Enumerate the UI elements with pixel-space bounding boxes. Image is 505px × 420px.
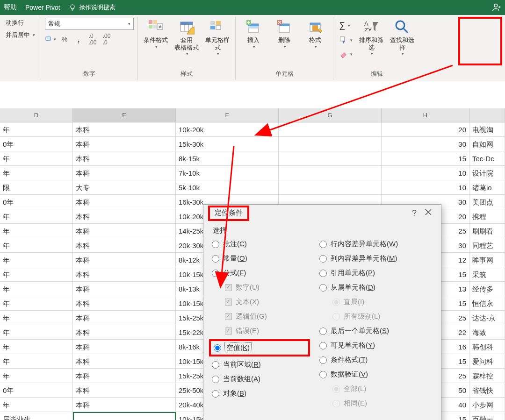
cell[interactable]: 本科 (73, 195, 176, 209)
table-row[interactable]: 年本科8k-15k15Tec-Dc (0, 151, 505, 166)
option-rowdiff[interactable]: 行内容差异单元格(W) (319, 240, 432, 249)
cell[interactable]: 本科 (73, 398, 176, 412)
number-format-combo[interactable]: 常规 ▾ (45, 18, 134, 30)
cell[interactable]: 年 (0, 311, 73, 325)
radio-input[interactable] (212, 241, 219, 248)
cell[interactable]: 限 (0, 180, 73, 195)
cell[interactable]: 诸葛io (469, 180, 505, 195)
cell[interactable]: 15k-30k (176, 137, 279, 151)
option-comments[interactable]: 批注(C) (212, 240, 310, 249)
column-header-H[interactable]: H (382, 108, 469, 122)
cell[interactable]: 年 (0, 166, 73, 180)
radio-input[interactable] (212, 376, 219, 383)
clear-button[interactable]: ▾ (337, 49, 354, 59)
cell[interactable]: 大专 (73, 180, 176, 195)
option-visible[interactable]: 可见单元格(Y) (319, 341, 432, 350)
cell[interactable]: 本科 (73, 325, 176, 340)
option-dependents[interactable]: 从属单元格(D) (319, 283, 432, 292)
cell[interactable]: 8k-15k (176, 151, 279, 166)
option-coldiff[interactable]: 列内容差异单元格(M) (319, 254, 432, 263)
radio-input[interactable] (319, 270, 327, 277)
cell[interactable]: 本科 (73, 340, 176, 354)
cell[interactable]: 本科 (73, 267, 176, 282)
radio-input[interactable] (212, 390, 219, 398)
cell[interactable]: 年 (0, 238, 73, 253)
cell[interactable]: 本科 (73, 311, 176, 325)
option-currentregion[interactable]: 当前区域(R) (212, 360, 310, 369)
cell[interactable]: 年 (0, 398, 73, 412)
cell[interactable]: 电视淘 (469, 122, 505, 137)
currency-button[interactable]: ▾ (45, 34, 56, 45)
cell[interactable]: 0年 (0, 383, 73, 398)
cell[interactable]: 采筑 (469, 267, 505, 282)
cell[interactable] (279, 122, 382, 137)
delete-cells-button[interactable]: 删除▾ (270, 18, 298, 50)
cell[interactable]: 20 (382, 122, 469, 137)
cell[interactable]: 年 (0, 340, 73, 354)
cell[interactable]: 年 (0, 267, 73, 282)
cell[interactable]: 年 (0, 325, 73, 340)
cell[interactable]: 经传多 (469, 282, 505, 296)
cell-styles-button[interactable]: 单元格样式▾ (203, 18, 231, 57)
option-sub-text[interactable]: 文本(X) (212, 298, 310, 306)
close-button[interactable] (421, 209, 435, 217)
cell[interactable]: 本科 (73, 383, 176, 398)
cell[interactable]: 年 (0, 224, 73, 238)
cell[interactable]: 眸事网 (469, 253, 505, 267)
option-constants[interactable]: 常量(O) (212, 254, 310, 263)
cell[interactable]: 本科 (73, 122, 176, 137)
table-row[interactable]: 年本科10k-20k20电视淘 (0, 122, 505, 137)
find-select-button[interactable]: 查找和选择▾ (388, 18, 416, 57)
cell[interactable]: 爱问科 (469, 354, 505, 369)
cell[interactable]: Tec-Dc (469, 151, 505, 166)
cell[interactable]: 10 (382, 166, 469, 180)
cell[interactable] (279, 166, 382, 180)
radio-input[interactable] (214, 344, 221, 352)
cell[interactable]: 本科 (73, 253, 176, 267)
cell[interactable]: 恒信永 (469, 296, 505, 311)
cell[interactable]: 同程艺 (469, 238, 505, 253)
column-header-D[interactable]: D (0, 108, 73, 122)
cell[interactable]: 年 (0, 151, 73, 166)
cell[interactable]: 5k-10k (176, 180, 279, 195)
table-row[interactable]: 限大专5k-10k10诸葛io (0, 180, 505, 195)
insert-cells-button[interactable]: 插入▾ (239, 18, 267, 50)
cell[interactable]: 自如网 (469, 137, 505, 151)
cell[interactable]: 刷刷看 (469, 224, 505, 238)
cell[interactable]: 本科 (73, 166, 176, 180)
worksheet[interactable]: DEFGH 年本科10k-20k20电视淘0年本科15k-30k30自如网年本科… (0, 80, 505, 420)
percent-button[interactable]: % (59, 34, 70, 45)
cell[interactable]: 韩创科 (469, 340, 505, 354)
cell[interactable]: 年 (0, 253, 73, 267)
cell[interactable] (279, 180, 382, 195)
comma-button[interactable]: , (73, 34, 84, 45)
option-sub-error[interactable]: 错误(E) (212, 327, 310, 335)
cell[interactable]: 届毕业生 (0, 412, 73, 420)
fill-button[interactable]: ▾ (337, 35, 354, 45)
decrease-decimal-button[interactable]: .00.0 (101, 34, 112, 45)
cell[interactable] (279, 137, 382, 151)
column-header-I[interactable] (469, 108, 505, 122)
radio-input[interactable] (319, 241, 327, 248)
cell[interactable]: 0年 (0, 195, 73, 209)
cell[interactable]: 本科 (73, 238, 176, 253)
cell[interactable]: 30 (382, 137, 469, 151)
cell[interactable]: 本科 (73, 137, 176, 151)
cell[interactable]: 7k-10k (176, 166, 279, 180)
option-currentarray[interactable]: 当前数组(A) (212, 375, 310, 384)
format-as-table-button[interactable]: 套用表格格式▾ (173, 18, 201, 57)
radio-input[interactable] (212, 255, 219, 263)
cell[interactable] (73, 412, 176, 420)
cell[interactable]: 本科 (73, 282, 176, 296)
option-condfmt[interactable]: 条件格式(T) (319, 356, 432, 364)
column-header-F[interactable]: F (176, 108, 279, 122)
column-header-G[interactable]: G (279, 108, 382, 122)
conditional-formatting-button[interactable]: ≠ 条件格式▾ (142, 18, 170, 50)
cell[interactable]: 年 (0, 209, 73, 224)
cell[interactable]: 年 (0, 296, 73, 311)
table-row[interactable]: 年本科7k-10k10设计院 (0, 166, 505, 180)
radio-input[interactable] (319, 255, 327, 263)
cell[interactable]: 年 (0, 369, 73, 383)
cell[interactable]: 本科 (73, 354, 176, 369)
column-header-E[interactable]: E (73, 108, 176, 122)
